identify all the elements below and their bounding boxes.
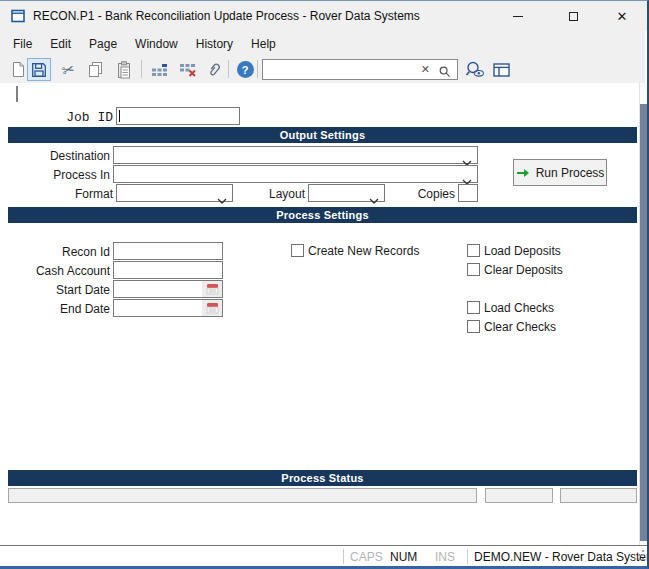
- menu-help[interactable]: Help: [242, 33, 285, 55]
- destination-label: Destination: [8, 149, 110, 163]
- attachment-button[interactable]: [202, 58, 226, 81]
- clear-deposits-label: Clear Deposits: [484, 263, 563, 277]
- insert-row-button[interactable]: [147, 58, 171, 81]
- session-company-label: DEMO.NEW - Rover Data Systems: [474, 550, 649, 564]
- checkbox-clear-deposits[interactable]: [467, 263, 480, 276]
- checkbox-load-checks[interactable]: [467, 301, 480, 314]
- calendar-icon: [206, 302, 219, 314]
- copy-button[interactable]: [84, 58, 108, 81]
- layout-panel-button[interactable]: [489, 58, 513, 81]
- new-document-icon: [11, 61, 26, 78]
- toolbar-separator: [228, 60, 229, 78]
- run-process-button[interactable]: Run Process: [513, 159, 607, 186]
- search-input[interactable]: [265, 61, 415, 78]
- search-icon[interactable]: [439, 64, 451, 82]
- paste-button[interactable]: [112, 58, 136, 81]
- destination-select[interactable]: [113, 146, 478, 164]
- layout-label: Layout: [240, 187, 305, 201]
- menu-page[interactable]: Page: [80, 33, 126, 55]
- run-arrow-icon: [516, 168, 530, 178]
- calendar-icon: [206, 283, 219, 295]
- chevron-down-icon: [369, 190, 379, 208]
- insert-mode-indicator: INS: [435, 550, 455, 564]
- save-icon: [31, 62, 47, 78]
- run-process-label: Run Process: [536, 166, 605, 180]
- format-label: Format: [8, 187, 113, 201]
- copies-label: Copies: [388, 187, 455, 201]
- toolbar-search-box: ✕: [262, 59, 458, 80]
- copies-input[interactable]: [458, 184, 478, 202]
- checkbox-clear-checks[interactable]: [467, 320, 480, 333]
- load-deposits-label: Load Deposits: [484, 244, 561, 258]
- process-in-label: Process In: [8, 168, 110, 182]
- paste-icon: [116, 61, 132, 79]
- search-clear-icon[interactable]: ✕: [421, 63, 430, 76]
- resize-grip[interactable]: [632, 547, 645, 565]
- vertical-scrollbar[interactable]: [639, 83, 647, 545]
- input-caret: [119, 110, 120, 122]
- toolbar-separator: [257, 60, 258, 78]
- save-button[interactable]: [27, 58, 51, 81]
- format-select[interactable]: [116, 184, 233, 202]
- app-window: RECON.P1 - Bank Reconciliation Update Pr…: [0, 0, 649, 569]
- layout-panel-icon: [493, 63, 510, 77]
- cash-account-input[interactable]: [113, 261, 223, 279]
- end-date-calendar-button[interactable]: [202, 300, 222, 316]
- end-date-input[interactable]: [114, 300, 202, 316]
- job-id-label: Job ID: [8, 110, 113, 125]
- menubar: File Edit Page Window History Help: [0, 31, 645, 56]
- delete-row-icon: [179, 63, 196, 77]
- menu-history[interactable]: History: [187, 33, 242, 55]
- text-caret: [16, 86, 18, 102]
- toolbar-separator: [141, 60, 142, 78]
- job-id-input[interactable]: [116, 107, 240, 125]
- cut-icon: ✂: [60, 59, 77, 80]
- menu-edit[interactable]: Edit: [41, 33, 80, 55]
- help-button[interactable]: ?: [233, 58, 257, 81]
- window-icon[interactable]: [11, 9, 26, 23]
- layout-select[interactable]: [308, 184, 385, 202]
- statusbar-separator: [467, 549, 468, 564]
- cut-button[interactable]: ✂: [56, 58, 80, 81]
- toolbar: ✂: [0, 56, 645, 83]
- load-checks-label: Load Checks: [484, 301, 554, 315]
- process-status-header: Process Status: [8, 470, 637, 486]
- process-status-message: [8, 488, 477, 503]
- checkbox-load-deposits[interactable]: [467, 244, 480, 257]
- start-date-label: Start Date: [8, 283, 110, 297]
- scrollbar-thumb[interactable]: [640, 104, 647, 541]
- insert-row-icon: [151, 63, 168, 77]
- start-date-calendar-button[interactable]: [202, 281, 222, 297]
- end-date-label: End Date: [8, 302, 110, 316]
- process-settings-header: Process Settings: [8, 207, 637, 223]
- advanced-find-button[interactable]: [463, 58, 487, 81]
- minimize-icon: [513, 16, 523, 17]
- window-title: RECON.P1 - Bank Reconciliation Update Pr…: [33, 1, 420, 31]
- checkbox-create-new-records[interactable]: [291, 244, 304, 257]
- status-bar: CAPS NUM INS DEMO.NEW - Rover Data Syste…: [0, 545, 647, 567]
- cash-account-label: Cash Account: [8, 264, 110, 278]
- delete-row-button[interactable]: [175, 58, 199, 81]
- start-date-field: [113, 280, 223, 298]
- process-status-count: [485, 488, 553, 503]
- close-button[interactable]: ✕: [602, 1, 642, 31]
- clear-checks-label: Clear Checks: [484, 320, 556, 334]
- recon-id-label: Recon Id: [8, 245, 110, 259]
- maximize-icon: [569, 12, 578, 21]
- start-date-input[interactable]: [114, 281, 202, 297]
- recon-id-input[interactable]: [113, 242, 223, 260]
- output-settings-header: Output Settings: [8, 127, 637, 143]
- caps-lock-indicator: CAPS: [350, 550, 383, 564]
- menu-file[interactable]: File: [4, 33, 41, 55]
- maximize-button[interactable]: [553, 1, 593, 31]
- close-icon: ✕: [617, 10, 628, 23]
- advanced-find-icon: [465, 61, 485, 78]
- help-icon: ?: [237, 61, 254, 78]
- attachment-icon: [205, 61, 223, 79]
- menu-window[interactable]: Window: [126, 33, 187, 55]
- process-in-select[interactable]: [113, 165, 478, 183]
- minimize-button[interactable]: [498, 1, 538, 31]
- titlebar: RECON.P1 - Bank Reconciliation Update Pr…: [0, 1, 647, 31]
- end-date-field: [113, 299, 223, 317]
- copy-icon: [88, 61, 104, 78]
